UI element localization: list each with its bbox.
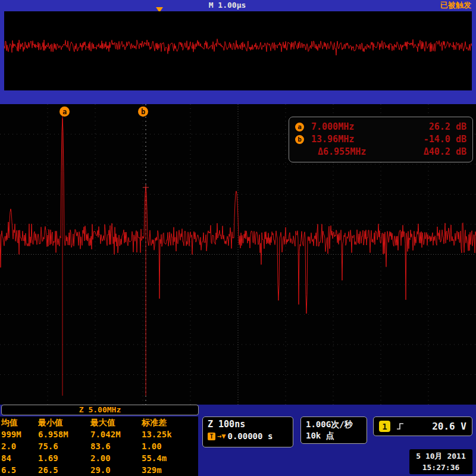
measurement-value: 7.042M <box>90 428 142 440</box>
measurement-value: 2.00 <box>90 452 142 464</box>
zoom-timebase-box: Z 100ns T →▼ 0.00000 s <box>202 416 293 447</box>
time-label: 15:27:36 <box>422 462 460 473</box>
time-domain-trace <box>4 11 472 90</box>
measurement-value: 55.4m <box>142 452 195 464</box>
datetime-box: 5 10月 2011 15:27:36 <box>409 449 472 474</box>
top-status-bar: M 1.00μs 已被触发 <box>0 0 476 11</box>
measurement-value: 6.5 <box>1 464 38 476</box>
cursor-b-cross-icon <box>143 184 149 190</box>
cursor-a-frequency: 7.000MHz <box>311 121 354 132</box>
acquisition-box: 1.00G次/秒 10k 点 <box>300 416 367 444</box>
measurement-col-header: 均值 <box>1 416 38 428</box>
measurement-table: 均值 最小值 最大值 标准差 999M 6.958M 7.042M 13.25k… <box>0 416 198 476</box>
cursor-a-badge-small: a <box>295 123 304 131</box>
cursor-delta-level: Δ40.2 dB <box>424 146 466 157</box>
measurement-row: 999M 6.958M 7.042M 13.25k <box>1 428 198 440</box>
timebase-readout: M 1.00μs <box>198 0 257 11</box>
measurement-col-header: 最大值 <box>90 416 142 428</box>
measurement-header-row: 均值 最小值 最大值 标准差 <box>1 416 198 428</box>
measurement-col-header: 最小值 <box>38 416 90 428</box>
channel-scale-value: 20.6 V <box>432 421 466 432</box>
measurement-value: 29.0 <box>90 464 142 476</box>
measurement-value: 26.5 <box>38 464 90 476</box>
zoom-timebase-label: Z 100ns <box>208 419 288 430</box>
trigger-position-row: T →▼ 0.00000 s <box>208 431 288 441</box>
measurement-value: 6.958M <box>38 428 90 440</box>
channel-box: 1 20.6 V <box>373 416 472 436</box>
record-length-label: 10k 点 <box>306 430 362 441</box>
cursor-b-level: -14.0 dB <box>424 134 466 145</box>
trigger-arrow-icon: →▼ <box>217 432 226 440</box>
measurement-value: 13.25k <box>142 428 195 440</box>
cursor-a-level: 26.2 dB <box>429 121 466 132</box>
measurement-value: 1.00 <box>142 440 195 452</box>
cursor-readout: a 7.000MHz 26.2 dB b 13.96MHz -14.0 dB Δ… <box>289 117 473 162</box>
channel-1-badge: 1 <box>379 421 390 432</box>
fft-panel: a b a 7.000MHz 26.2 dB b 13.96MHz -14.0 … <box>0 104 476 405</box>
measurement-value: 83.6 <box>90 440 142 452</box>
measurement-value: 2.0 <box>1 440 38 452</box>
oscilloscope-screen: M 1.00μs 已被触发 a b a 7.000MHz <box>0 0 476 476</box>
measurement-value: 75.6 <box>38 440 90 452</box>
cursor-a-badge: a <box>60 107 70 117</box>
measurement-row: 2.0 75.6 83.6 1.00 <box>1 440 198 452</box>
cursor-a-row: a 7.000MHz 26.2 dB <box>295 121 466 132</box>
measurement-value: 999M <box>1 428 38 440</box>
cursor-delta-frequency: Δ6.955MHz <box>318 146 366 157</box>
trigger-t-icon: T <box>208 433 215 440</box>
measurement-value: 1.69 <box>38 452 90 464</box>
measurement-col-header: 标准差 <box>142 416 195 428</box>
sample-rate-label: 1.00G次/秒 <box>306 419 362 430</box>
trigger-position-value: 0.00000 s <box>227 431 273 441</box>
rising-slope-icon <box>396 422 405 431</box>
cursor-b-badge: b <box>138 107 148 117</box>
cursor-b-badge-small: b <box>295 135 304 144</box>
zoom-window-label: Z 5.00MHz <box>1 405 199 415</box>
time-domain-panel <box>4 11 472 90</box>
measurement-value: 84 <box>1 452 38 464</box>
cursor-b-row: b 13.96MHz -14.0 dB <box>295 134 466 145</box>
measurement-row: 84 1.69 2.00 55.4m <box>1 452 198 464</box>
measurement-value: 329m <box>142 464 195 476</box>
trigger-status-label: 已被触发 <box>440 0 471 11</box>
cursor-b-frequency: 13.96MHz <box>311 134 354 145</box>
cursor-delta-row: Δ6.955MHz Δ40.2 dB <box>295 146 466 157</box>
date-label: 5 10月 2011 <box>416 450 465 462</box>
measurement-row: 6.5 26.5 29.0 329m <box>1 464 198 476</box>
